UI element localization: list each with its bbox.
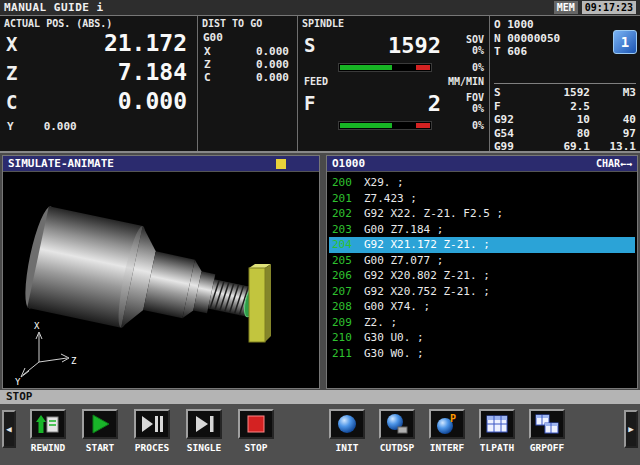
spindle-load-value: 0%: [432, 62, 489, 73]
stop-icon: [244, 412, 268, 436]
tool-path-button[interactable]: TLPATH: [472, 409, 522, 453]
program-line[interactable]: 203G00 Z7.184 ;: [329, 222, 635, 238]
app-title: MANUAL GUIDE i: [4, 1, 104, 14]
position-panel: ACTUAL POS. (ABS.) X 21.172 Z 7.184 C 0.…: [0, 15, 640, 153]
status-area: MEM 09:17:23: [554, 1, 636, 14]
program-line[interactable]: 210G30 U0. ;: [329, 330, 635, 346]
program-line[interactable]: 205G00 Z7.077 ;: [329, 253, 635, 269]
feed-override-value: 0%: [472, 103, 484, 114]
simulation-title: SIMULATE-ANIMATE: [8, 157, 114, 170]
program-line[interactable]: 207G92 X20.752 Z-21. ;: [329, 284, 635, 300]
axis-value: 0.000: [256, 71, 289, 84]
axis-letter: X: [204, 45, 211, 58]
process-button[interactable]: PROCES: [126, 409, 178, 453]
softkey-page-right-button[interactable]: ▶: [624, 410, 638, 448]
init-button[interactable]: INIT: [322, 409, 372, 453]
axis-value: 0.000: [32, 88, 187, 114]
program-panel-header: O1000 CHAR←→: [327, 156, 637, 172]
init-icon: [335, 412, 359, 436]
cut-display-icon: [385, 412, 409, 436]
triad-y-label: Y: [15, 377, 21, 387]
axis-value: 0.000: [256, 58, 289, 71]
mode-badge: MEM: [554, 1, 578, 14]
stop-button[interactable]: STOP: [230, 409, 282, 453]
rewind-button[interactable]: REWIND: [22, 409, 74, 453]
modal-value: 13.1: [590, 140, 636, 154]
feed-rate-row: F 2 FOV 0%: [298, 88, 489, 118]
spindle-letter: S: [304, 34, 326, 56]
axis-value: 21.172: [32, 30, 187, 56]
simulation-3d-view: X Y Z: [3, 172, 319, 388]
axis-row-c: C 0.000: [0, 88, 197, 117]
feed-header: FEED: [304, 76, 328, 87]
program-line[interactable]: 208G00 X74. ;: [329, 299, 635, 315]
axis-letter: Z: [6, 62, 32, 84]
program-line[interactable]: 200X29. ;: [329, 175, 635, 191]
program-line[interactable]: 206G92 X20.802 Z-21. ;: [329, 268, 635, 284]
modal-value: 40: [590, 113, 636, 127]
axis-letter: C: [204, 71, 211, 84]
program-line[interactable]: 209Z2. ;: [329, 315, 635, 331]
dist-to-go-section: DIST TO GO G00 X 0.000 Z 0.000 C 0.000: [198, 16, 298, 151]
cnc-screen: MANUAL GUIDE i MEM 09:17:23 ACTUAL POS. …: [0, 0, 640, 465]
start-icon: [88, 412, 112, 436]
program-line[interactable]: 201Z7.423 ;: [329, 191, 635, 207]
meter-green-zone: [340, 65, 392, 70]
modal-value: 1592: [530, 86, 590, 100]
softkey-page-left-button[interactable]: ◀: [2, 410, 16, 448]
single-block-button[interactable]: SINGLE: [178, 409, 230, 453]
dist-row: X 0.000: [198, 45, 297, 58]
meter-red-zone: [416, 123, 430, 128]
axis-letter: X: [6, 33, 32, 55]
spindle-override-label: SOV: [466, 34, 484, 45]
spindle-speed-row: S 1592 SOV 0%: [298, 30, 489, 60]
modal-value: 2.5: [530, 100, 590, 114]
play-pause-icon: [140, 412, 164, 436]
program-line[interactable]: 202G92 X22. Z-21. F2.5 ;: [329, 206, 635, 222]
divider: [494, 83, 636, 84]
modal-value: [590, 100, 636, 114]
graph-off-button[interactable]: GRPOFF: [522, 409, 572, 453]
cut-display-button[interactable]: CUTDSP: [372, 409, 422, 453]
axis-letter: C: [6, 91, 32, 113]
spindle-override-value: 0%: [472, 45, 484, 56]
modal-code: G54: [494, 127, 530, 141]
program-line[interactable]: 211G30 W0. ;: [329, 346, 635, 362]
axis-letter: Y: [7, 120, 14, 133]
axis-row-x: X 21.172: [0, 30, 197, 59]
modal-code: F: [494, 100, 530, 114]
spindle-override: SOV 0%: [441, 34, 489, 56]
feed-load-row: 0%: [298, 118, 489, 132]
feed-unit: MM/MIN: [448, 76, 484, 87]
program-line-current[interactable]: 204G92 X21.172 Z-21. ;: [329, 237, 635, 253]
spindle-value: 1592: [326, 33, 441, 58]
actual-pos-header: ACTUAL POS. (ABS.): [0, 16, 197, 30]
interference-button[interactable]: P INTERF: [422, 409, 472, 453]
program-listing: 200X29. ; 201Z7.423 ; 202G92 X22. Z-21. …: [327, 172, 637, 364]
feed-override: FOV 0%: [441, 92, 489, 114]
modal-code: G99: [494, 140, 530, 154]
actual-position-section: ACTUAL POS. (ABS.) X 21.172 Z 7.184 C 0.…: [0, 16, 198, 151]
spindle-feed-section: SPINDLE S 1592 SOV 0% 0% FEED MM/MIN: [298, 16, 490, 151]
program-info-section: O 1000 N 00000050 T 606 1 S 1592 M3 F 2.…: [490, 16, 640, 151]
triad-z-label: Z: [71, 356, 77, 366]
program-title: O1000: [332, 157, 365, 170]
feed-header-row: FEED MM/MIN: [298, 74, 489, 88]
dist-row: C 0.000: [198, 71, 297, 84]
modal-value: 80: [530, 127, 590, 141]
modal-value: 97: [590, 127, 636, 141]
tool-path-grid-icon: [485, 412, 509, 436]
triad-x-label: X: [34, 321, 40, 331]
step-icon: [192, 412, 216, 436]
start-button[interactable]: START: [74, 409, 126, 453]
cutting-tool: [249, 264, 271, 342]
meter-red-zone: [416, 65, 430, 70]
feed-load-meter: [338, 121, 432, 130]
spindle-load-row: 0%: [298, 60, 489, 74]
simulation-panel-header: SIMULATE-ANIMATE: [3, 156, 319, 172]
modal-status-table: S 1592 M3 F 2.5 G92 10 40 G54 80 97 G99 …: [494, 86, 636, 154]
modal-code: S: [494, 86, 530, 100]
spindle-load-meter: [338, 63, 432, 72]
program-info-top: O 1000 N 00000050 T 606 1: [494, 18, 636, 82]
axis-letter: Z: [204, 58, 211, 71]
